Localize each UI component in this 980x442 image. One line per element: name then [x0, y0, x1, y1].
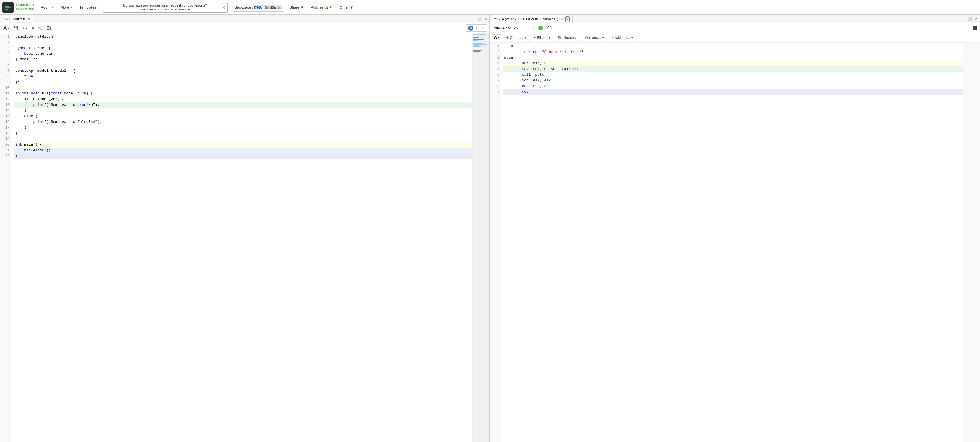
line-number: 9 — [1, 79, 10, 85]
left-pane: C++ source #1 ✕ ⬜ ✕ A ▼ 💾 + ▼ V — [0, 15, 490, 442]
line-number: 3 — [1, 45, 10, 51]
code-line: constexpr model_t model = { — [14, 68, 473, 74]
compiler-tab-edit[interactable]: ✎ — [559, 17, 564, 22]
more-button[interactable]: More ▼ — [58, 4, 76, 11]
code-line: } — [14, 153, 473, 159]
compiler-options-input[interactable] — [544, 25, 970, 31]
line-number: 7 — [1, 68, 10, 74]
libraries-btn-label: Libraries — [562, 36, 576, 40]
other-button[interactable]: Other ▼ — [337, 4, 356, 11]
asm-line: sub rsp, 8 — [503, 61, 963, 67]
output-font-icon: A — [494, 35, 497, 40]
compiler-tab-bar: x86-64 gcc 12.2 (C++, Editor #1, Compile… — [490, 15, 980, 23]
output-caret: ▼ — [524, 36, 527, 39]
link-button[interactable]: ⛓ — [46, 25, 52, 31]
language-selector[interactable]: C C++ ▼ — [466, 24, 487, 32]
svg-rect-3 — [5, 9, 8, 10]
search-icon: 🔍 — [38, 26, 43, 30]
source-maximize-button[interactable]: ⬜ — [476, 16, 483, 22]
vim-mode-button[interactable]: V — [31, 25, 35, 31]
filter-button[interactable]: ▼ Filter... ▼ — [531, 35, 554, 41]
code-line — [14, 40, 473, 45]
editor-area: 12345678910111213141516171819202122 #inc… — [0, 33, 490, 442]
search-button[interactable]: 🔍 — [37, 25, 44, 31]
compiler-caret: ▼ — [532, 27, 535, 30]
line-number: 15 — [1, 114, 10, 119]
asm-line-number: 1 — [491, 44, 500, 49]
asm-line: .string "Some var is true!" — [503, 49, 963, 55]
compiler-selector-toolbar: x86-64 gcc 12.2 ▼ ✓ ⬛ — [490, 23, 980, 33]
font-caret: ▼ — [7, 27, 10, 30]
asm-line-number: 3 — [491, 55, 500, 61]
line-number: 4 — [1, 51, 10, 57]
main-container: C++ source #1 ✕ ⬜ ✕ A ▼ 💾 + ▼ V — [0, 15, 980, 442]
policies-button[interactable]: Policies 🔔 ▼ — [308, 4, 336, 11]
compiler-maximize-button[interactable]: ⬜ — [967, 16, 973, 22]
source-tab[interactable]: C++ source #1 ✕ — [1, 16, 33, 22]
libraries-icon: 📚 — [558, 36, 562, 40]
code-line: } — [14, 108, 473, 114]
source-tab-label: C++ source #1 — [4, 17, 27, 21]
font-size-button[interactable]: A ▼ — [2, 25, 11, 31]
output-button[interactable]: ⚙ Output... ▼ — [504, 35, 529, 41]
save-button[interactable]: 💾 — [12, 25, 19, 31]
editor-toolbar: A ▼ 💾 + ▼ V 🔍 ⛓ C C++ ▼ — [0, 23, 490, 33]
logo-icon — [2, 2, 14, 13]
compiler-expand-button[interactable]: ⬛ — [971, 25, 978, 31]
code-line: typedef struct { — [14, 45, 473, 51]
templates-button[interactable]: Templates — [76, 4, 99, 11]
add-new-icon: + — [582, 36, 584, 40]
line-number: 16 — [1, 119, 10, 125]
add-tool-btn-label: Add tool... — [615, 36, 630, 40]
asm-line-number: 5 — [491, 67, 500, 72]
other-caret: ▼ — [350, 5, 353, 10]
share-button[interactable]: Share ▼ — [286, 4, 307, 11]
line-number: 12 — [1, 97, 10, 102]
line-number: 21 — [1, 147, 10, 153]
code-content[interactable]: #include <stdio.h> typedef struct { bool… — [11, 33, 473, 442]
asm-line-number: 8 — [491, 83, 500, 89]
asm-line: xor eax, eax — [503, 78, 963, 83]
compiler-name: x86-64 gcc 12.2 — [494, 26, 519, 30]
right-pane: x86-64 gcc 12.2 (C++, Editor #1, Compile… — [490, 15, 980, 442]
add-new-button[interactable]: + Add new... ▼ — [580, 35, 607, 41]
line-number: 2 — [1, 40, 10, 45]
compiler-tab-close[interactable]: ✕ — [565, 16, 570, 22]
filter-btn-label: Filter... — [537, 36, 547, 40]
compiler-tab[interactable]: x86-64 gcc 12.2 (C++, Editor #1, Compile… — [491, 15, 573, 23]
libraries-button[interactable]: 📚 Libraries — [555, 35, 578, 41]
line-number: 19 — [1, 136, 10, 142]
contact-link[interactable]: contact us — [158, 7, 173, 11]
asm-area: 123456789 .LC0: .string "Some var is tru… — [490, 43, 980, 442]
code-line: printf("Some var is false!\n"); — [14, 119, 473, 125]
code-line: true — [14, 74, 473, 79]
notification-close-button[interactable]: ✕ — [222, 5, 226, 10]
code-line: int main() { — [14, 142, 473, 147]
line-number: 18 — [1, 130, 10, 136]
output-font-caret: ▼ — [498, 36, 500, 39]
code-line: #include <stdio.h> — [14, 34, 473, 40]
compiler-close-pane-button[interactable]: ✕ — [974, 16, 979, 22]
output-font-size-control[interactable]: A ▼ — [492, 34, 502, 41]
source-close-pane-button[interactable]: ✕ — [483, 16, 488, 22]
status-ok-icon: ✓ — [538, 26, 543, 30]
add-new-btn-label: Add new... — [585, 36, 601, 40]
compiler-tab-actions: ⬜ ✕ — [967, 16, 979, 22]
asm-line-number: 4 — [491, 61, 500, 67]
line-number: 5 — [1, 57, 10, 62]
compiler-selector[interactable]: x86-64 gcc 12.2 ▼ — [492, 25, 537, 31]
asm-line: mov edi, OFFSET FLAT:.LC0 — [503, 67, 963, 72]
add-button[interactable]: Add... ▼ — [38, 4, 57, 11]
add-tool-button[interactable]: ✎ Add tool... ▼ — [609, 35, 636, 41]
svg-rect-1 — [5, 6, 10, 7]
save-icon: 💾 — [13, 26, 18, 30]
compiler-toolbar-right: ⬛ — [971, 25, 978, 31]
add-item-button[interactable]: + ▼ — [21, 25, 29, 31]
solids-label: SolidSands — [264, 5, 282, 10]
source-tab-close[interactable]: ✕ — [28, 17, 30, 21]
asm-content[interactable]: .LC0: .string "Some var is true!"main: s… — [501, 43, 963, 442]
logo-text: COMPILER EXPLORER — [16, 3, 35, 11]
code-line — [14, 136, 473, 142]
line-number: 11 — [1, 91, 10, 97]
code-line: } model_t; — [14, 57, 473, 62]
